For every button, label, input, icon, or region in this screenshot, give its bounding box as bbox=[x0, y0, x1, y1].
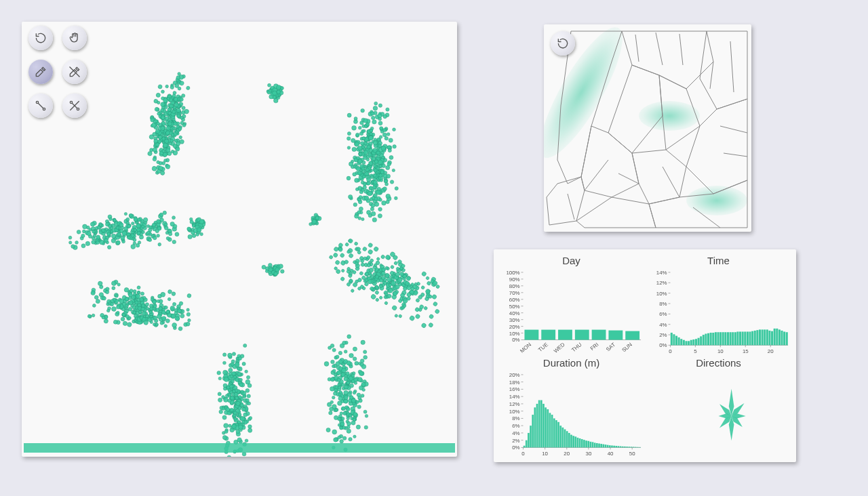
svg-rect-2052 bbox=[742, 331, 744, 345]
svg-point-1955 bbox=[342, 426, 346, 430]
svg-point-885 bbox=[96, 241, 100, 245]
svg-point-648 bbox=[373, 173, 376, 177]
pan-button[interactable] bbox=[62, 26, 87, 50]
svg-point-1677 bbox=[245, 439, 248, 442]
svg-text:0: 0 bbox=[521, 451, 525, 457]
svg-rect-2029 bbox=[685, 341, 687, 345]
svg-point-1849 bbox=[332, 365, 335, 368]
svg-point-1037 bbox=[172, 291, 176, 296]
svg-point-1735 bbox=[233, 375, 236, 378]
svg-point-681 bbox=[372, 218, 376, 222]
svg-point-1157 bbox=[186, 312, 191, 316]
svg-point-599 bbox=[374, 197, 378, 201]
svg-point-461 bbox=[378, 213, 382, 218]
svg-point-580 bbox=[378, 144, 381, 148]
svg-rect-1992 bbox=[524, 330, 538, 340]
svg-point-685 bbox=[131, 222, 134, 225]
svg-point-625 bbox=[357, 211, 361, 214]
svg-point-1386 bbox=[349, 253, 354, 258]
chart-day[interactable]: Day 0%10%20%30%40%50%60%70%80%90%100%MON… bbox=[498, 253, 645, 356]
svg-text:MON: MON bbox=[519, 342, 532, 354]
svg-point-1626 bbox=[245, 388, 250, 392]
svg-rect-2140 bbox=[600, 444, 602, 447]
scatter-panel[interactable] bbox=[22, 22, 457, 457]
svg-rect-2110 bbox=[536, 404, 538, 448]
brush-button[interactable] bbox=[28, 60, 53, 84]
svg-rect-2024 bbox=[673, 334, 675, 345]
svg-point-943 bbox=[200, 232, 203, 236]
svg-rect-2114 bbox=[545, 407, 547, 447]
svg-point-1216 bbox=[268, 263, 272, 267]
chart-directions[interactable]: Directions bbox=[645, 356, 792, 458]
svg-point-1128 bbox=[96, 299, 100, 304]
svg-point-667 bbox=[362, 129, 366, 133]
svg-rect-2070 bbox=[786, 332, 788, 345]
lasso-button[interactable] bbox=[28, 94, 53, 118]
svg-point-1039 bbox=[92, 304, 96, 308]
svg-text:0%: 0% bbox=[659, 342, 667, 348]
svg-rect-2067 bbox=[778, 329, 781, 345]
svg-point-1559 bbox=[218, 392, 221, 396]
svg-point-878 bbox=[126, 218, 130, 221]
svg-point-854 bbox=[166, 236, 170, 240]
brush-off-button[interactable] bbox=[62, 60, 87, 84]
svg-point-649 bbox=[382, 129, 386, 132]
svg-rect-2026 bbox=[678, 337, 680, 346]
svg-point-963 bbox=[140, 291, 144, 295]
svg-point-1533 bbox=[217, 371, 221, 375]
svg-point-1897 bbox=[353, 357, 357, 361]
svg-point-1893 bbox=[347, 407, 350, 411]
svg-text:10%: 10% bbox=[509, 331, 520, 337]
svg-point-1239 bbox=[393, 261, 398, 266]
svg-point-673 bbox=[383, 115, 387, 119]
svg-point-1469 bbox=[329, 255, 334, 260]
svg-text:18%: 18% bbox=[509, 379, 520, 386]
svg-rect-2157 bbox=[637, 447, 639, 448]
lasso-off-button[interactable] bbox=[62, 94, 87, 118]
svg-point-855 bbox=[81, 234, 85, 238]
svg-rect-2040 bbox=[712, 333, 714, 345]
chart-duration[interactable]: Duration (m) 0%2%4%6%8%10%12%14%16%18%20… bbox=[498, 356, 645, 458]
svg-point-1957 bbox=[338, 436, 341, 439]
svg-point-1964 bbox=[70, 101, 72, 103]
svg-point-876 bbox=[106, 232, 110, 236]
svg-point-1956 bbox=[347, 381, 350, 384]
svg-point-1809 bbox=[342, 436, 346, 440]
svg-point-1543 bbox=[223, 353, 226, 356]
map-plot[interactable] bbox=[544, 24, 751, 232]
svg-point-1613 bbox=[218, 398, 222, 402]
svg-rect-2045 bbox=[724, 332, 726, 345]
svg-rect-2025 bbox=[675, 336, 677, 346]
svg-point-1878 bbox=[365, 415, 368, 418]
svg-rect-2145 bbox=[611, 445, 613, 447]
svg-point-1784 bbox=[353, 435, 356, 438]
map-reset-button[interactable] bbox=[551, 31, 575, 56]
svg-point-574 bbox=[364, 196, 369, 201]
svg-point-664 bbox=[369, 148, 373, 152]
svg-text:40: 40 bbox=[608, 451, 614, 457]
svg-point-596 bbox=[347, 146, 351, 150]
svg-rect-2049 bbox=[734, 332, 736, 345]
scatter-plot[interactable] bbox=[22, 22, 457, 457]
brush-off-icon bbox=[68, 65, 81, 79]
svg-point-890 bbox=[155, 229, 159, 233]
reset-button[interactable] bbox=[28, 26, 53, 50]
svg-point-899 bbox=[127, 236, 130, 239]
svg-point-1725 bbox=[237, 367, 240, 371]
svg-rect-2059 bbox=[759, 329, 761, 345]
reset-icon bbox=[34, 31, 47, 45]
svg-text:12%: 12% bbox=[509, 401, 520, 407]
pan-icon bbox=[68, 31, 81, 45]
svg-point-677 bbox=[374, 160, 378, 163]
svg-point-896 bbox=[134, 228, 137, 232]
svg-point-1151 bbox=[187, 293, 192, 298]
chart-time[interactable]: Time 0%2%4%6%8%10%12%14%05101520 bbox=[645, 253, 792, 356]
svg-point-934 bbox=[190, 220, 193, 224]
svg-point-791 bbox=[168, 232, 172, 236]
svg-text:80%: 80% bbox=[509, 283, 520, 289]
svg-point-1387 bbox=[429, 314, 434, 319]
svg-point-1874 bbox=[337, 378, 340, 381]
svg-rect-1996 bbox=[592, 330, 606, 340]
svg-point-1693 bbox=[241, 390, 243, 393]
map-panel[interactable] bbox=[544, 24, 751, 232]
